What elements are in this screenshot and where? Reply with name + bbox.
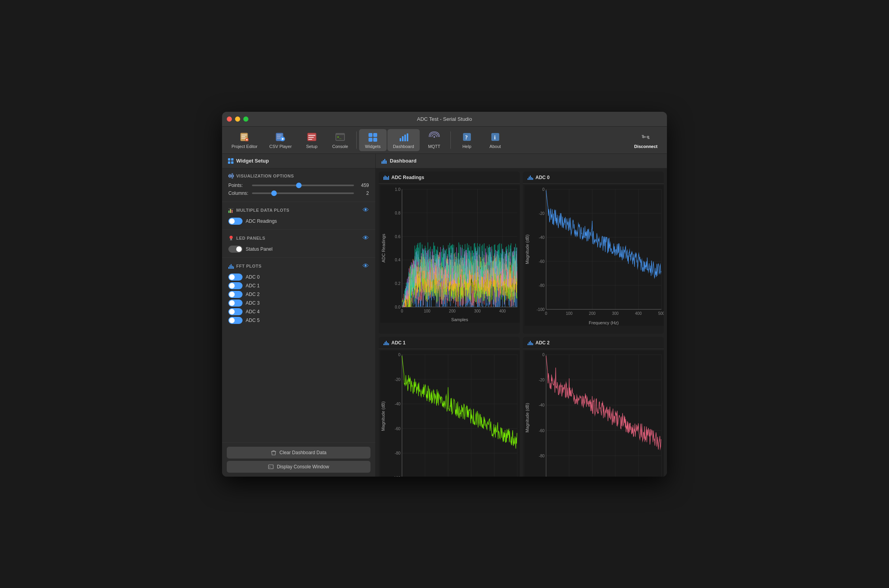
fft-adc2-row: ADC 2 (228, 291, 369, 298)
toolbar-project-editor-label: Project Editor (232, 144, 257, 149)
fft-adc1-row: ADC 1 (228, 282, 369, 289)
fft-adc4-toggle[interactable] (228, 308, 243, 315)
setup-icon (306, 131, 318, 142)
svg-rect-78 (385, 342, 385, 345)
fft-title: FFT PLOTS (228, 263, 261, 269)
status-panel-toggle[interactable] (228, 246, 243, 253)
columns-slider-row: Columns: 2 (228, 190, 369, 196)
console-btn-icon: >_ (268, 464, 274, 470)
display-console-button[interactable]: >_ Display Console Window (227, 461, 370, 473)
chart-adc2-icon (528, 340, 533, 346)
svg-rect-55 (232, 266, 233, 269)
toolbar-widgets[interactable]: Widgets (359, 129, 387, 151)
fft-adc5-label: ADC 5 (246, 318, 259, 323)
chart-adc2-header: ADC 2 (523, 337, 664, 349)
chart-adc-readings: ADC Readings (379, 172, 520, 334)
svg-rect-80 (387, 342, 388, 345)
svg-rect-1 (241, 135, 247, 135)
fft-section-header: FFT PLOTS 👁 (228, 263, 369, 270)
viz-section-header: VISUALIZATION OPTIONS (228, 173, 369, 179)
chart-adc1-title: ADC 1 (391, 340, 406, 346)
svg-rect-73 (529, 177, 530, 180)
adc-readings-label: ADC Readings (246, 218, 277, 224)
adc1-canvas (380, 351, 520, 477)
led-title: LED PANELS (228, 235, 265, 241)
led-visibility-toggle[interactable]: 👁 (363, 235, 369, 242)
toolbar-disconnect-label: Disconnect (634, 144, 657, 149)
toolbar-mqtt[interactable]: MQTT (420, 129, 448, 151)
toolbar-help-label: Help (462, 144, 471, 149)
toolbar-dashboard[interactable]: Dashboard (387, 129, 420, 151)
toolbar-help[interactable]: ? Help (453, 129, 481, 151)
points-slider[interactable] (252, 185, 354, 186)
fft-visibility-toggle[interactable]: 👁 (363, 263, 369, 270)
viz-title: VISUALIZATION OPTIONS (228, 173, 294, 179)
fft-adc5-toggle[interactable] (228, 317, 243, 324)
points-label: Points: (228, 183, 249, 188)
columns-value: 2 (357, 190, 369, 196)
sidebar: Widget Setup VISUALIZATION OPTIONS P (222, 154, 376, 477)
chart-adc2-title: ADC 2 (535, 340, 550, 346)
toolbar-mqtt-label: MQTT (428, 144, 440, 149)
svg-rect-9 (277, 136, 281, 137)
about-icon: i (489, 131, 502, 142)
fft-adc0-label: ADC 0 (246, 274, 259, 280)
chart-adc1-header: ADC 1 (379, 337, 520, 349)
fft-adc1-toggle[interactable] (228, 282, 243, 289)
svg-rect-63 (382, 161, 383, 164)
svg-rect-41 (231, 161, 233, 164)
display-console-label: Display Console Window (277, 464, 329, 470)
fft-adc0-row: ADC 0 (228, 274, 369, 281)
columns-label: Columns: (228, 190, 249, 196)
dashboard-header-icon (381, 158, 387, 164)
window-title: ADC Test - Serial Studio (417, 116, 472, 122)
project-editor-icon (238, 131, 251, 142)
svg-point-35 (647, 136, 649, 138)
minimize-button[interactable] (235, 116, 240, 122)
toolbar-csv-player[interactable]: CSV Player (264, 129, 297, 151)
main-content: Widget Setup VISUALIZATION OPTIONS P (222, 154, 667, 477)
chart-adc0-header: ADC 0 (523, 172, 664, 184)
toolbar-disconnect[interactable]: Disconnect (629, 129, 663, 151)
mqtt-icon (428, 131, 441, 142)
adc-readings-toggle[interactable] (228, 218, 243, 225)
plots-icon (228, 207, 234, 213)
fft-adc2-toggle[interactable] (228, 291, 243, 298)
maximize-button[interactable] (243, 116, 248, 122)
fft-adc4-row: ADC 4 (228, 308, 369, 315)
clear-dashboard-button[interactable]: Clear Dashboard Data (227, 447, 370, 459)
plots-visibility-toggle[interactable]: 👁 (363, 207, 369, 214)
fft-adc0-toggle[interactable] (228, 274, 243, 281)
fft-adc3-toggle[interactable] (228, 300, 243, 307)
columns-slider[interactable] (252, 192, 354, 194)
svg-rect-39 (231, 158, 233, 161)
svg-rect-21 (373, 133, 377, 137)
plots-section-header: MULTIPLE DATA PLOTS 👁 (228, 207, 369, 214)
svg-text:>_: >_ (337, 135, 341, 139)
svg-rect-75 (531, 177, 532, 180)
toolbar: Project Editor CSV Player (222, 127, 667, 154)
fft-adc3-row: ADC 3 (228, 300, 369, 307)
toolbar-about[interactable]: i About (482, 129, 509, 151)
fft-icon (228, 263, 234, 269)
svg-rect-54 (231, 264, 232, 269)
svg-rect-15 (308, 137, 314, 138)
toolbar-widgets-label: Widgets (365, 144, 381, 149)
titlebar: ADC Test - Serial Studio (222, 112, 667, 127)
chart-adc0-title: ADC 0 (535, 175, 550, 180)
app-window: ADC Test - Serial Studio Project Editor (222, 112, 667, 477)
adc-readings-row: ADC Readings (228, 218, 369, 225)
svg-rect-68 (385, 176, 385, 180)
toolbar-setup[interactable]: Setup (298, 129, 326, 151)
svg-rect-67 (383, 177, 384, 180)
dashboard-title: Dashboard (390, 158, 417, 164)
clear-dashboard-label: Clear Dashboard Data (280, 450, 326, 455)
svg-text:>_: >_ (269, 466, 273, 469)
toolbar-console[interactable]: >_ Console (326, 129, 354, 151)
chart-adc2-body (523, 349, 664, 477)
close-button[interactable] (227, 116, 232, 122)
widgets-icon (367, 131, 379, 142)
adc-readings-canvas (380, 185, 520, 323)
toolbar-project-editor[interactable]: Project Editor (226, 129, 263, 151)
led-panels-section: LED PANELS 👁 Status Panel (222, 230, 375, 258)
